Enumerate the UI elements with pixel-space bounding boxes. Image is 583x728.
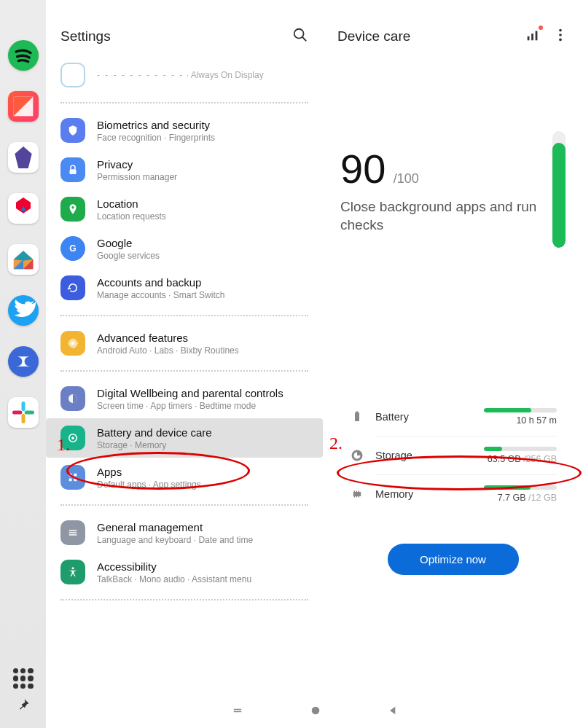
divider bbox=[60, 504, 308, 506]
settings-item-biometrics-and-security[interactable]: Biometrics and security Face recognition… bbox=[46, 111, 323, 150]
svg-text:G: G bbox=[69, 243, 76, 254]
settings-pane: Settings - - - - - - - - - - - · Always … bbox=[46, 0, 323, 728]
svg-rect-39 bbox=[531, 34, 533, 40]
svg-point-41 bbox=[559, 28, 562, 31]
svg-rect-33 bbox=[74, 479, 77, 482]
item-subtitle: Storage · Memory bbox=[97, 440, 308, 450]
dock-app-spotify[interactable] bbox=[8, 40, 39, 71]
dock-app-gem[interactable] bbox=[8, 142, 39, 173]
svg-point-43 bbox=[559, 38, 562, 41]
svg-rect-44 bbox=[355, 412, 359, 421]
memory-row[interactable]: Memory 7.7 GB /12 GB bbox=[349, 475, 557, 513]
stats-button[interactable] bbox=[525, 27, 541, 47]
svg-rect-20 bbox=[12, 411, 22, 415]
settings-item-location[interactable]: Location Location requests bbox=[46, 189, 323, 229]
battery-label: Battery bbox=[375, 411, 409, 423]
item-subtitle: Manage accounts · Smart Switch bbox=[97, 290, 308, 300]
item-title: Privacy bbox=[97, 158, 308, 171]
storage-row[interactable]: Storage 63.5 GB /256 GB bbox=[349, 437, 557, 474]
svg-rect-30 bbox=[69, 474, 72, 477]
svg-rect-18 bbox=[24, 411, 34, 415]
nav-bar bbox=[46, 696, 583, 728]
nav-recents[interactable] bbox=[231, 704, 244, 720]
storage-value: 63.5 GB /256 GB bbox=[488, 454, 557, 464]
score-message: Close background apps and run checks bbox=[340, 198, 552, 234]
svg-point-56 bbox=[311, 707, 319, 715]
score-bar bbox=[552, 131, 566, 248]
content: Settings - - - - - - - - - - - · Always … bbox=[46, 0, 583, 728]
item-subtitle: Default apps · App settings bbox=[97, 480, 308, 490]
score-value: 90 bbox=[340, 145, 386, 192]
item-title: Location bbox=[97, 197, 308, 210]
svg-rect-54 bbox=[233, 709, 241, 711]
three-lines-icon bbox=[60, 520, 85, 545]
item-title: Accounts and backup bbox=[97, 276, 308, 289]
storage-icon bbox=[349, 449, 365, 462]
battery-icon bbox=[349, 410, 365, 423]
svg-marker-16 bbox=[13, 251, 33, 260]
score-total: /100 bbox=[394, 171, 419, 186]
optimize-button[interactable]: Optimize now bbox=[388, 544, 519, 575]
divider bbox=[60, 599, 308, 600]
partial-item-text: - - - - - - - - - - - · Always On Displa… bbox=[97, 70, 264, 80]
search-button[interactable] bbox=[292, 27, 308, 47]
svg-rect-34 bbox=[69, 530, 77, 531]
svg-rect-36 bbox=[69, 534, 77, 536]
dock-app-twitter[interactable] bbox=[8, 295, 39, 326]
apps-grid-icon bbox=[60, 465, 85, 490]
gear-icon bbox=[60, 331, 85, 356]
dock-app-notes[interactable] bbox=[8, 91, 39, 122]
dock-app-home[interactable] bbox=[8, 244, 39, 275]
svg-rect-52 bbox=[356, 496, 358, 498]
svg-rect-47 bbox=[353, 492, 361, 496]
divider bbox=[60, 102, 308, 103]
settings-item-accessibility[interactable]: Accessibility TalkBack · Mono audio · As… bbox=[46, 552, 323, 592]
settings-item-privacy[interactable]: Privacy Permission manager bbox=[46, 150, 323, 189]
partial-item[interactable]: - - - - - - - - - - - · Always On Displa… bbox=[46, 58, 323, 95]
battery-bar bbox=[484, 408, 557, 412]
settings-title: Settings bbox=[60, 28, 111, 44]
settings-item-battery-and-device-care[interactable]: Battery and device care Storage · Memory bbox=[46, 418, 323, 458]
svg-rect-19 bbox=[21, 414, 25, 423]
item-subtitle: Google services bbox=[97, 251, 308, 261]
svg-point-24 bbox=[71, 206, 74, 208]
svg-point-37 bbox=[72, 567, 74, 569]
divider bbox=[60, 315, 308, 316]
app-drawer-button[interactable] bbox=[13, 668, 34, 689]
shield-icon bbox=[60, 118, 85, 143]
settings-item-google[interactable]: G Google Google services bbox=[46, 229, 323, 268]
svg-rect-40 bbox=[536, 31, 538, 40]
svg-rect-32 bbox=[69, 479, 72, 482]
dock-app-slack[interactable] bbox=[8, 397, 39, 428]
nav-home[interactable] bbox=[310, 705, 321, 719]
pin-button[interactable] bbox=[16, 697, 31, 715]
svg-point-29 bbox=[71, 437, 74, 439]
dock-app-r[interactable] bbox=[8, 346, 39, 377]
svg-rect-53 bbox=[359, 496, 360, 498]
settings-item-general-management[interactable]: General management Language and keyboard… bbox=[46, 513, 323, 552]
item-subtitle: Location requests bbox=[97, 211, 308, 222]
item-title: Apps bbox=[97, 466, 308, 478]
item-title: Accessibility bbox=[97, 560, 308, 573]
wellbeing-icon bbox=[60, 386, 85, 411]
refresh-icon bbox=[60, 275, 85, 300]
display-icon bbox=[60, 63, 85, 87]
device-care-pane: Device care 90 /100 Close background app… bbox=[323, 0, 583, 728]
item-subtitle: Android Auto · Labs · Bixby Routines bbox=[97, 345, 308, 356]
more-button[interactable] bbox=[552, 27, 568, 47]
settings-item-digital-wellbeing-and-parental-controls[interactable]: Digital Wellbeing and parental controls … bbox=[46, 379, 323, 418]
settings-item-accounts-and-backup[interactable]: Accounts and backup Manage accounts · Sm… bbox=[46, 268, 323, 308]
svg-rect-17 bbox=[21, 402, 25, 411]
item-subtitle: Face recognition · Fingerprints bbox=[97, 133, 308, 143]
divider bbox=[60, 370, 308, 372]
accessibility-icon bbox=[60, 560, 85, 584]
memory-label: Memory bbox=[375, 488, 413, 500]
settings-item-advanced-features[interactable]: Advanced features Android Auto · Labs · … bbox=[46, 324, 323, 363]
nav-back[interactable] bbox=[387, 705, 399, 719]
settings-item-apps[interactable]: Apps Default apps · App settings bbox=[46, 458, 323, 497]
storage-label: Storage bbox=[375, 450, 412, 461]
svg-rect-49 bbox=[356, 491, 358, 493]
item-subtitle: Permission manager bbox=[97, 172, 308, 182]
battery-row[interactable]: Battery 10 h 57 m bbox=[349, 398, 557, 436]
dock-app-espn[interactable] bbox=[8, 193, 39, 224]
